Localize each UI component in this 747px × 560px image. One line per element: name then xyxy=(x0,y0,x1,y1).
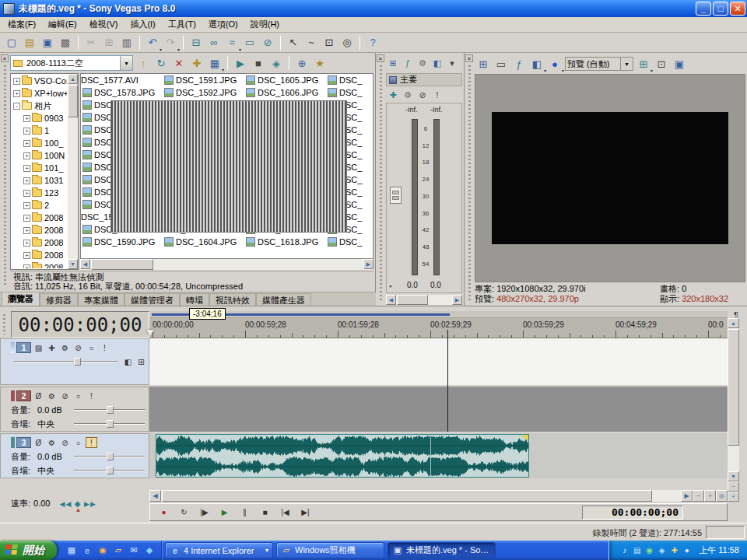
file-item[interactable]: DSC_ xyxy=(326,236,374,248)
scroll-left-button[interactable]: ◀ xyxy=(149,490,161,502)
track-fx-icon[interactable]: ⚙ xyxy=(46,437,58,448)
mute-icon[interactable]: ⊘ xyxy=(59,390,71,401)
email-icon[interactable]: ✉ xyxy=(128,544,140,557)
copy-icon[interactable]: ⊞ xyxy=(100,34,117,51)
tree-item[interactable]: -相片 xyxy=(12,100,67,112)
views-icon[interactable]: ▦▾ xyxy=(206,54,223,72)
mixer-properties-icon[interactable]: ⚙ xyxy=(416,56,430,70)
file-item[interactable]: DSC_1605.JPG xyxy=(244,74,326,86)
stop-preview-icon[interactable]: ■ xyxy=(250,54,267,72)
preview-quality-dropdown[interactable]: 預覽 (自動) ▾ xyxy=(565,57,633,71)
video-output-fx-icon[interactable]: ƒ xyxy=(510,55,528,72)
tree-item[interactable]: +1 xyxy=(12,124,67,137)
master-mute-icon[interactable]: ⊘ xyxy=(416,88,430,102)
tree-expand-icon[interactable]: + xyxy=(23,215,30,222)
scrollbar-thumb[interactable] xyxy=(397,295,428,305)
dock-grip-handle[interactable] xyxy=(468,65,471,301)
stop-button[interactable]: ■ xyxy=(255,506,275,520)
close-panel-icon[interactable]: ✕ xyxy=(377,54,384,62)
save-snapshot-icon[interactable]: ▣ xyxy=(671,55,688,72)
envelope-edit-tool-icon[interactable]: ~ xyxy=(303,34,320,51)
scrollbar-thumb[interactable] xyxy=(68,85,78,117)
track-1-lane[interactable] xyxy=(149,338,728,385)
tree-item[interactable]: +2 xyxy=(12,199,67,212)
transport-time-display[interactable]: 00:00:00;00 xyxy=(582,506,683,520)
file-item[interactable]: DSC_1603.AVI xyxy=(163,223,244,236)
cut-icon[interactable]: ✂ xyxy=(82,34,100,51)
playhead-time-display[interactable]: 00:00:00;00 xyxy=(11,311,149,338)
make-compositing-child-icon[interactable]: ⊞ xyxy=(135,356,147,367)
track-number-badge[interactable]: 1 xyxy=(16,342,31,353)
overlays-grid-icon[interactable]: ⊞▾ xyxy=(635,55,652,72)
tree-item[interactable]: +0903 xyxy=(12,112,67,124)
selection-edit-tool-icon[interactable]: ⊡ xyxy=(321,34,338,51)
tree-expand-icon[interactable]: + xyxy=(23,240,30,247)
track-2-header[interactable]: 2 Ø ⚙ ⊘ ○ ! 音量: 0.0 dB 音場: 中央 xyxy=(0,387,149,432)
master-automation-icon[interactable]: ! xyxy=(430,88,444,102)
antivirus-icon[interactable]: ◉ xyxy=(644,544,655,556)
tree-item[interactable]: +100_ xyxy=(12,137,67,149)
internet-explorer-icon[interactable]: e xyxy=(81,544,93,557)
titlebar[interactable]: 未標題的.veg * - Sony Vegas Pro 8.0 _ □ ✕ xyxy=(0,0,747,17)
cursor-marker[interactable] xyxy=(146,330,154,340)
timeline-dock-grip[interactable] xyxy=(3,314,5,334)
insert-audio-bus-icon[interactable]: ⊞ xyxy=(386,56,400,70)
delete-icon[interactable]: ✕ xyxy=(170,54,188,72)
tree-item[interactable]: +2008 xyxy=(12,249,67,261)
enable-snapping-icon[interactable]: ⊟ xyxy=(188,34,205,51)
fader-handles-icon[interactable] xyxy=(390,187,402,204)
mixer-dock-grip[interactable]: ✕ xyxy=(377,54,384,304)
taskbar-clock[interactable]: 上午 11:58 xyxy=(699,544,739,556)
up-one-level-icon[interactable]: ↑ xyxy=(135,54,152,72)
media-player-icon[interactable]: ◉ xyxy=(96,544,109,557)
auto-crossfade-icon[interactable]: ∞ xyxy=(205,34,223,51)
play-button[interactable]: ▶ xyxy=(215,506,234,520)
volume-slider[interactable] xyxy=(74,453,145,460)
project-video-properties-icon[interactable]: ⊞ xyxy=(475,55,492,72)
close-button[interactable]: ✕ xyxy=(730,2,745,16)
tree-expand-icon[interactable]: + xyxy=(23,128,30,135)
undo-icon[interactable]: ↶▾ xyxy=(144,34,161,51)
fader-right-channel[interactable] xyxy=(433,119,440,275)
composite-level-slider[interactable] xyxy=(13,358,118,366)
auto-preview-icon[interactable]: ◈ xyxy=(268,54,285,72)
insert-fx-icon[interactable]: ✚ xyxy=(386,88,400,102)
downmix-output-icon[interactable]: ◧ xyxy=(430,56,444,70)
master-bus-header[interactable]: 主要 xyxy=(386,73,462,86)
automation-settings-icon[interactable]: ! xyxy=(99,342,110,353)
rate-slider[interactable]: ◀◀ ◆ ▶▶ ▲ xyxy=(59,499,96,508)
tree-expand-icon[interactable]: + xyxy=(23,115,30,122)
file-item[interactable]: DSC_1618.JPG xyxy=(244,236,326,248)
pan-slider[interactable] xyxy=(74,420,145,428)
project-properties-icon[interactable]: ▩ xyxy=(57,34,74,51)
task-group-caret[interactable]: ▾ xyxy=(265,547,268,554)
scroll-up-button[interactable]: ▲ xyxy=(728,318,739,328)
dock-tab-0[interactable]: 瀏覽器 xyxy=(2,292,40,306)
preview-quality-caret[interactable]: ▾ xyxy=(620,58,633,70)
pause-button[interactable]: ∥ xyxy=(235,506,254,520)
scroll-right-button[interactable]: ▶ xyxy=(452,295,462,305)
track-fx-icon[interactable]: ⚙ xyxy=(59,342,71,353)
scroll-right-button[interactable]: ▶ xyxy=(363,259,374,269)
copy-snapshot-icon[interactable]: ⊡ xyxy=(653,55,670,72)
dock-tab-4[interactable]: 轉場 xyxy=(180,293,209,306)
usb-icon[interactable]: ● xyxy=(681,544,693,556)
track-3-header[interactable]: 3 Ø ⚙ ⊘ ○ ! 音量: 0.0 dB 音場: 中央 xyxy=(0,433,149,478)
tree-expand-icon[interactable]: + xyxy=(23,202,30,209)
zoom-out-button[interactable]: − xyxy=(693,490,704,502)
new-project-icon[interactable]: ▢ xyxy=(3,34,20,51)
update-icon[interactable]: ✚ xyxy=(668,544,680,556)
scroll-left-button[interactable]: ◀ xyxy=(80,259,90,269)
dock-tab-1[interactable]: 修剪器 xyxy=(40,293,78,306)
insert-assignable-fx-icon[interactable]: ƒ xyxy=(401,56,415,70)
open-project-icon[interactable]: ▤ xyxy=(21,34,38,51)
explorer-dock-grip[interactable]: ✕ xyxy=(1,54,9,290)
tree-expand-icon[interactable]: + xyxy=(23,177,30,184)
close-panel-icon[interactable]: ✕ xyxy=(465,54,473,62)
scrollbar-track[interactable] xyxy=(396,295,452,305)
menu-item-4[interactable]: 工具(T) xyxy=(162,17,202,32)
track-height-zoom-in-button[interactable]: + xyxy=(728,492,739,502)
pan-slider[interactable] xyxy=(74,467,145,474)
scrollbar-thumb[interactable] xyxy=(162,490,652,502)
marker-bar[interactable] xyxy=(149,311,728,318)
